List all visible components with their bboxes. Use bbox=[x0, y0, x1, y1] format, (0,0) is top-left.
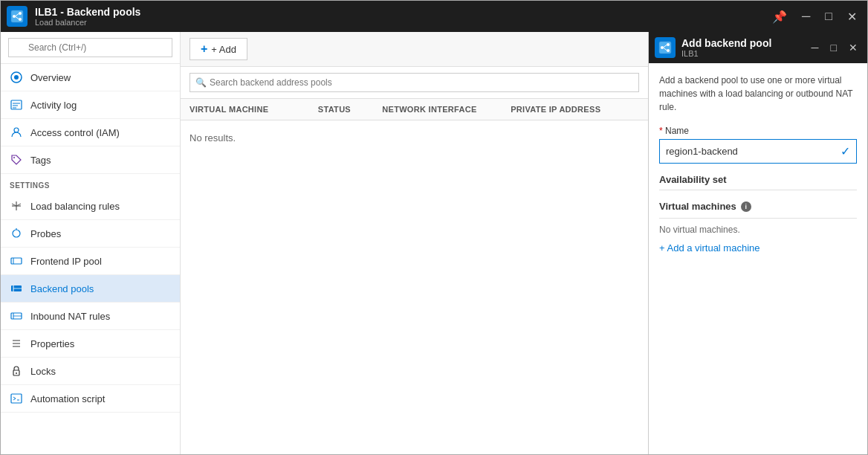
frontend-ip-pool-label: Frontend IP pool bbox=[30, 256, 102, 267]
tags-label: Tags bbox=[30, 155, 51, 166]
col-private-ip: PRIVATE IP ADDRESS bbox=[511, 105, 639, 114]
col-status: STATUS bbox=[318, 105, 382, 114]
search-wrapper: 🔍 bbox=[8, 38, 172, 57]
col-network-interface: NETWORK INTERFACE bbox=[382, 105, 511, 114]
minimize-button[interactable]: ─ bbox=[797, 8, 814, 25]
availability-set-section: Availability set bbox=[659, 174, 857, 190]
sidebar-item-probes[interactable]: Probes bbox=[1, 220, 180, 248]
content-area: 🔍 Overview Activity log bbox=[1, 32, 867, 454]
overview-icon bbox=[10, 71, 23, 84]
empty-message: No results. bbox=[190, 132, 236, 143]
automation-icon bbox=[10, 392, 23, 405]
probes-icon bbox=[10, 227, 23, 240]
svg-point-37 bbox=[667, 43, 670, 46]
svg-point-1 bbox=[13, 15, 16, 18]
right-title-text-container: Add backend pool ILB1 bbox=[681, 37, 808, 58]
vm-section-title: Virtual machines bbox=[659, 201, 736, 212]
tags-icon bbox=[10, 153, 23, 167]
sidebar-item-activity-log[interactable]: Activity log bbox=[1, 91, 180, 119]
access-icon bbox=[10, 126, 23, 139]
svg-point-32 bbox=[16, 372, 17, 374]
maximize-button[interactable]: □ bbox=[820, 8, 837, 25]
settings-section-label: SETTINGS bbox=[1, 174, 180, 193]
sidebar-item-inbound-nat-rules[interactable]: Inbound NAT rules bbox=[1, 303, 180, 330]
lb-rules-label: Load balancing rules bbox=[30, 201, 120, 212]
table-content: No results. bbox=[181, 120, 648, 454]
right-close-button[interactable]: ✕ bbox=[845, 40, 861, 55]
panel-search-container: 🔍 bbox=[181, 67, 648, 99]
virtual-machines-section: Virtual machines i No virtual machines. … bbox=[659, 201, 857, 254]
svg-rect-20 bbox=[11, 258, 22, 264]
sidebar-search-container: 🔍 bbox=[1, 32, 180, 64]
sidebar-item-locks[interactable]: Locks bbox=[1, 358, 180, 385]
info-icon[interactable]: i bbox=[741, 201, 751, 212]
sidebar-search-input[interactable] bbox=[8, 38, 172, 57]
sidebar-item-overview[interactable]: Overview bbox=[1, 64, 180, 91]
svg-point-13 bbox=[13, 157, 15, 158]
sidebar-item-automation-script[interactable]: Automation script bbox=[1, 385, 180, 413]
close-button[interactable]: ✕ bbox=[843, 8, 861, 25]
sidebar-item-load-balancing-rules[interactable]: Load balancing rules bbox=[1, 193, 180, 220]
right-panel-title: Add backend pool bbox=[681, 37, 808, 49]
main-panel: + + Add 🔍 VIRTUAL MACHINE STATUS NETWORK… bbox=[181, 32, 648, 454]
svg-rect-33 bbox=[11, 394, 22, 403]
plus-icon: + bbox=[201, 42, 207, 56]
right-title-bar: Add backend pool ILB1 ─ □ ✕ bbox=[649, 32, 867, 63]
activity-icon bbox=[10, 98, 23, 112]
backend-pools-label: Backend pools bbox=[30, 283, 94, 294]
panel-search-icon: 🔍 bbox=[195, 77, 207, 88]
name-field-section: * Name region1-backend ✓ bbox=[659, 126, 857, 164]
availability-set-title: Availability set bbox=[659, 174, 857, 190]
activity-log-label: Activity log bbox=[30, 100, 77, 111]
name-input-display[interactable]: region1-backend ✓ bbox=[659, 139, 857, 164]
svg-point-12 bbox=[14, 128, 19, 132]
svg-point-3 bbox=[19, 18, 22, 21]
locks-label: Locks bbox=[30, 366, 56, 377]
name-value: region1-backend bbox=[666, 146, 738, 157]
properties-label: Properties bbox=[30, 338, 74, 349]
svg-point-7 bbox=[14, 75, 19, 80]
frontend-icon bbox=[10, 254, 23, 268]
svg-point-38 bbox=[667, 49, 670, 52]
pin-button[interactable]: 📌 bbox=[768, 8, 791, 25]
required-star: * bbox=[659, 126, 663, 136]
sidebar-item-access-control[interactable]: Access control (IAM) bbox=[1, 119, 180, 146]
toolbar: + + Add bbox=[181, 32, 648, 67]
panel-search-wrapper: 🔍 bbox=[190, 73, 639, 92]
name-label: * Name bbox=[659, 126, 857, 136]
checkmark-icon: ✓ bbox=[841, 144, 850, 158]
backend-icon bbox=[10, 282, 23, 295]
inbound-nat-rules-label: Inbound NAT rules bbox=[30, 311, 110, 322]
automation-script-label: Automation script bbox=[30, 393, 105, 404]
load-balancer-icon bbox=[7, 6, 27, 27]
title-bar: ILB1 - Backend pools Load balancer 📌 ─ □… bbox=[1, 1, 867, 32]
sidebar-item-frontend-ip-pool[interactable]: Frontend IP pool bbox=[1, 248, 180, 275]
main-title: ILB1 - Backend pools bbox=[35, 6, 768, 18]
right-title-controls: ─ □ ✕ bbox=[808, 40, 861, 55]
right-minimize-button[interactable]: ─ bbox=[808, 40, 823, 55]
probes-label: Probes bbox=[30, 228, 61, 239]
col-virtual-machine: VIRTUAL MACHINE bbox=[190, 105, 318, 114]
lb-icon bbox=[10, 199, 23, 213]
title-bar-text: ILB1 - Backend pools Load balancer bbox=[35, 6, 768, 27]
add-vm-link[interactable]: + Add a virtual machine bbox=[659, 242, 760, 254]
svg-point-36 bbox=[661, 46, 664, 49]
sidebar-item-backend-pools[interactable]: Backend pools bbox=[1, 275, 180, 303]
svg-point-18 bbox=[13, 230, 20, 237]
title-bar-controls: 📌 ─ □ ✕ bbox=[768, 8, 861, 25]
right-maximize-button[interactable]: □ bbox=[827, 40, 841, 55]
subtitle: Load balancer bbox=[35, 18, 768, 27]
right-description: Add a backend pool to use one or more vi… bbox=[659, 74, 857, 114]
add-button[interactable]: + + Add bbox=[190, 38, 247, 60]
right-content: Add a backend pool to use one or more vi… bbox=[649, 63, 867, 454]
props-icon bbox=[10, 337, 23, 350]
vm-empty-message: No virtual machines. bbox=[659, 218, 857, 235]
sidebar-item-properties[interactable]: Properties bbox=[1, 330, 180, 358]
right-panel-icon bbox=[655, 37, 676, 58]
sidebar: 🔍 Overview Activity log bbox=[1, 32, 181, 454]
sidebar-item-tags[interactable]: Tags bbox=[1, 146, 180, 174]
right-panel: Add backend pool ILB1 ─ □ ✕ Add a backen… bbox=[648, 32, 867, 454]
backend-search-input[interactable] bbox=[190, 73, 639, 92]
right-panel-subtitle: ILB1 bbox=[681, 49, 808, 58]
locks-icon bbox=[10, 364, 23, 378]
